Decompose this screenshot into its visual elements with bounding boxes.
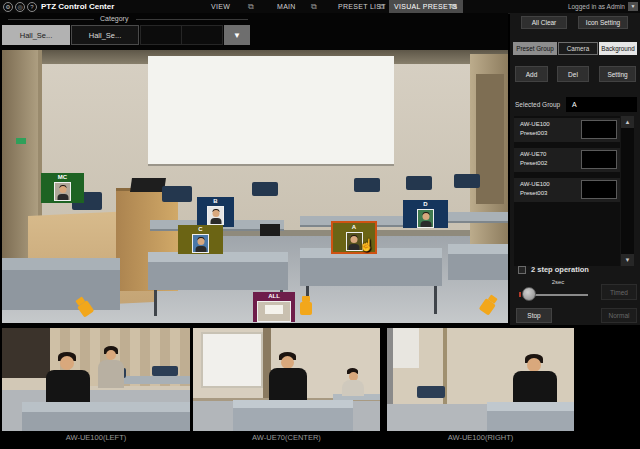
preset-marker-mc[interactable]: MC xyxy=(41,173,84,203)
preset-camera-name: AW-UE100 xyxy=(520,121,550,127)
category-bar: Category Hall_Se... Hall_Se... ▼ xyxy=(0,13,508,50)
scene-table-panel xyxy=(300,258,442,286)
preset-marker-c[interactable]: C xyxy=(178,225,223,254)
preset-thumbnail xyxy=(581,150,617,169)
scene-projection-screen xyxy=(148,56,394,166)
camera-label-center: AW-UE70(CENTER) xyxy=(193,433,380,442)
preset-marker-d[interactable]: D xyxy=(403,200,448,228)
preset-list-scrollbar[interactable]: ▲ ▼ xyxy=(621,116,634,266)
camera-label-right: AW-UE100(RIGHT) xyxy=(387,433,574,442)
help-icon[interactable]: ? xyxy=(27,2,37,12)
app-title: PTZ Control Center xyxy=(41,2,114,11)
external-link-icon[interactable]: ⧉ xyxy=(379,2,385,11)
preset-camera-name: AW-UE100 xyxy=(520,181,550,187)
tab-preset-group[interactable]: Preset Group xyxy=(513,42,557,55)
divider xyxy=(8,19,94,20)
normal-button[interactable]: Normal xyxy=(601,308,637,323)
camera-icon-body xyxy=(300,302,312,315)
category-tab-2[interactable]: Hall_Se... xyxy=(71,25,139,45)
category-tab-1[interactable]: Hall_Se... xyxy=(2,25,70,45)
scene-laptop xyxy=(130,178,166,192)
scene-table xyxy=(448,244,508,254)
login-status: Logged in as Admin xyxy=(568,3,625,10)
marker-room-thumbnail xyxy=(257,301,291,322)
menu-main[interactable]: MAIN xyxy=(277,3,296,10)
scene-projector xyxy=(260,224,280,236)
speed-slider-track[interactable] xyxy=(528,294,588,296)
scroll-down-icon[interactable]: ▼ xyxy=(621,254,634,266)
timed-button[interactable]: Timed xyxy=(601,284,637,300)
camera-view-center[interactable] xyxy=(193,328,380,431)
scene-table-leg xyxy=(434,286,437,314)
menu-visual-presets[interactable]: VISUAL PRESETS ⧉ xyxy=(389,0,463,13)
scene-table xyxy=(233,400,353,408)
external-link-icon: ⧉ xyxy=(451,2,457,11)
preset-thumbnail xyxy=(581,120,617,139)
camera-icon-center[interactable] xyxy=(298,295,314,316)
add-button[interactable]: Add xyxy=(515,66,548,82)
person-body xyxy=(269,368,307,402)
slider-value-label: 2sec xyxy=(528,279,588,285)
main-camera-view[interactable]: MC B C A xyxy=(2,50,508,323)
person-body xyxy=(342,380,364,396)
category-dropdown-button[interactable]: ▼ xyxy=(224,25,250,45)
scene-table-panel xyxy=(22,412,190,431)
scene-chair xyxy=(354,178,380,192)
two-step-label: 2 step operation xyxy=(531,265,589,274)
tab-camera[interactable]: Camera xyxy=(558,42,598,55)
category-tab-empty xyxy=(140,25,182,45)
preset-control-panel: All Clear Icon Setting Preset Group Came… xyxy=(510,13,640,325)
marker-label: A xyxy=(352,224,356,231)
camera-view-right[interactable] xyxy=(387,328,574,431)
person-body xyxy=(513,371,557,405)
preset-list-item[interactable]: AW-UE100 Preset003 xyxy=(514,118,620,142)
speed-slider-knob[interactable] xyxy=(522,287,536,301)
two-step-checkbox[interactable] xyxy=(518,266,526,274)
preset-list-item[interactable]: AW-UE100 Preset003 xyxy=(514,178,620,202)
scene-right-door xyxy=(476,74,504,204)
scene-table-leg xyxy=(154,290,157,316)
stop-button[interactable]: Stop xyxy=(516,308,552,323)
preset-list-item[interactable]: AW-UE70 Preset002 xyxy=(514,148,620,172)
external-link-icon[interactable]: ⧉ xyxy=(311,2,317,11)
hand-cursor-icon: ☝ xyxy=(359,238,374,252)
marker-face-thumbnail xyxy=(192,234,209,253)
camera-label-left: AW-UE100(LEFT) xyxy=(2,433,190,442)
gear-icon[interactable]: ⚙ xyxy=(3,2,13,12)
marker-face-thumbnail xyxy=(54,182,71,201)
preset-list: AW-UE100 Preset003 AW-UE70 Preset002 AW-… xyxy=(514,116,620,266)
scene-table-panel xyxy=(448,254,508,280)
face-head xyxy=(422,213,429,220)
marker-face-thumbnail xyxy=(417,209,434,228)
face-head xyxy=(59,186,66,193)
all-clear-button[interactable]: All Clear xyxy=(521,16,567,29)
two-step-operation-row: 2 step operation xyxy=(518,265,589,274)
person-head xyxy=(106,350,116,360)
preset-marker-b[interactable]: B xyxy=(197,197,234,227)
device-icon[interactable]: ◎ xyxy=(15,2,25,12)
preset-thumbnail xyxy=(581,180,617,199)
external-link-icon[interactable]: ⧉ xyxy=(248,2,254,11)
del-button[interactable]: Del xyxy=(557,66,589,82)
icon-setting-button[interactable]: Icon Setting xyxy=(578,16,628,29)
camera-view-left[interactable] xyxy=(2,328,190,431)
preset-marker-all[interactable]: ALL xyxy=(253,292,295,322)
marker-label: MC xyxy=(58,174,67,181)
tab-background[interactable]: Background xyxy=(599,42,637,55)
scroll-up-icon[interactable]: ▲ xyxy=(621,116,634,128)
scene-chair xyxy=(454,174,480,188)
selected-group-field[interactable]: A xyxy=(566,97,637,112)
marker-label: D xyxy=(423,201,427,208)
thumbnail-screen xyxy=(265,305,283,314)
face-head xyxy=(351,236,358,243)
menu-view[interactable]: VIEW xyxy=(211,3,230,10)
preset-name: Preset002 xyxy=(520,160,547,166)
scene-table xyxy=(487,402,574,411)
scene-table-panel xyxy=(233,408,353,431)
login-dropdown[interactable]: ▼ xyxy=(628,2,638,11)
scene-exit-sign xyxy=(16,138,26,144)
top-bar: ⚙ ◎ ? PTZ Control Center VIEW ⧉ MAIN ⧉ P… xyxy=(0,0,640,14)
setting-button[interactable]: Setting xyxy=(599,66,636,82)
face-head xyxy=(212,210,219,217)
scene-chair xyxy=(406,176,432,190)
